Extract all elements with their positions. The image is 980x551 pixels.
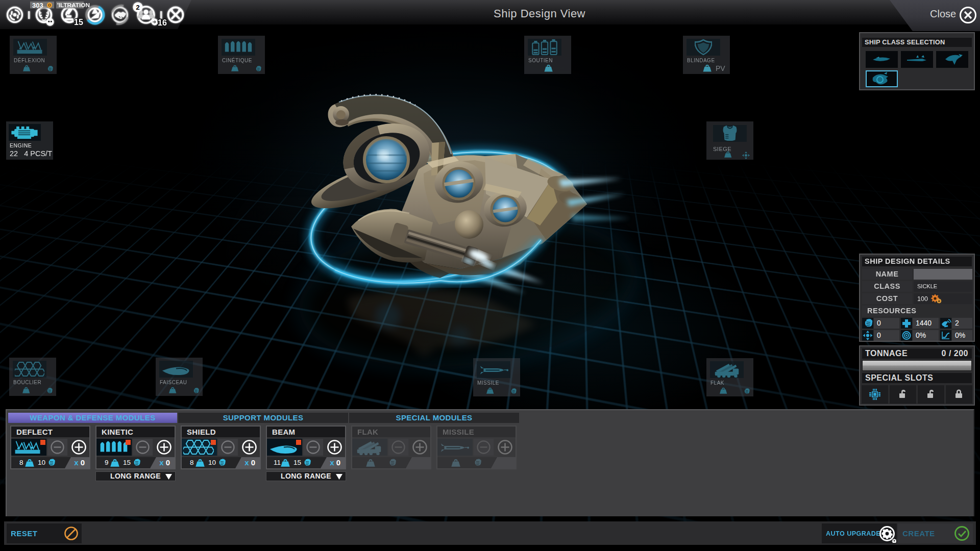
svg-text:16: 16 bbox=[158, 18, 167, 27]
svg-text:'ILTRATION: 'ILTRATION bbox=[57, 2, 90, 9]
svg-text:15: 15 bbox=[74, 18, 83, 27]
svg-text:2: 2 bbox=[136, 4, 140, 11]
svg-text:303: 303 bbox=[32, 2, 43, 9]
